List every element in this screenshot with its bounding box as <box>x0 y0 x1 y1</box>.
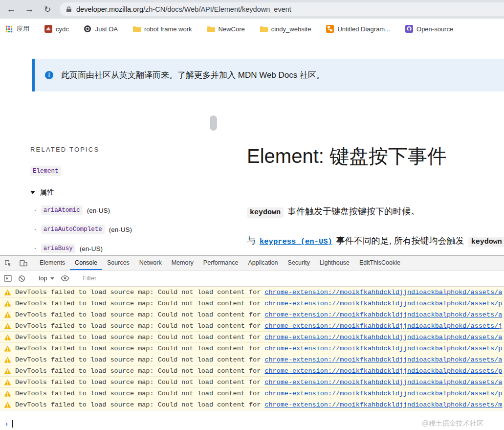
warning-icon <box>4 379 11 385</box>
devtools-tab-application[interactable]: Application <box>243 256 283 270</box>
chevron-down-icon <box>30 191 35 194</box>
sidebar-group-label: 属性 <box>40 188 54 197</box>
source-map-link[interactable]: chrome-extension://mooikfkahbdckldjjndio… <box>264 300 502 307</box>
bookmark-item[interactable]: Open-source <box>405 25 453 33</box>
console-filter-input[interactable] <box>83 275 239 282</box>
devtools-tab-sources[interactable]: Sources <box>102 256 134 270</box>
drag-handle[interactable] <box>210 115 217 131</box>
warning-icon <box>4 357 11 363</box>
devtools-tab-performance[interactable]: Performance <box>198 256 243 270</box>
console-warning-row: DevTools failed to load source map: Coul… <box>0 309 504 320</box>
warning-text: DevTools failed to load source map: Coul… <box>15 379 261 386</box>
sidebar-item[interactable]: ·ariaAtomic(en-US) <box>30 205 236 215</box>
inspect-element-icon[interactable] <box>0 256 16 270</box>
bullet-icon: · <box>34 227 37 232</box>
keypress-link[interactable]: keypress (en-US) <box>260 237 332 246</box>
warning-icon <box>4 402 11 408</box>
back-icon[interactable]: ← <box>4 2 18 16</box>
source-map-link[interactable]: chrome-extension://mooikfkahbdckldjjndio… <box>264 289 502 296</box>
bookmark-item[interactable]: cydc <box>44 25 69 33</box>
sidebar-link-element[interactable]: Element <box>30 166 61 176</box>
keydown-code-chip-2: keydown <box>468 237 504 247</box>
console-toolbar: top <box>0 271 504 287</box>
bookmark-item[interactable]: cindy_website <box>260 25 311 33</box>
intro-paragraph: keydown事件触发于键盘按键按下的时候。 <box>247 205 419 217</box>
console-warning-row: DevTools failed to load source map: Coul… <box>0 399 504 410</box>
divider <box>76 274 76 283</box>
bookmark-item[interactable]: Untitled Diagram... <box>326 25 390 33</box>
devtools-tab-elements[interactable]: Elements <box>35 256 70 270</box>
sidebar-item-list: ·ariaAtomic(en-US)·ariaAutoComplete(en-U… <box>30 205 236 253</box>
warning-text: DevTools failed to load source map: Coul… <box>15 345 261 352</box>
divider <box>33 259 33 267</box>
sidebar-item[interactable]: ·ariaBusy(en-US) <box>30 244 236 253</box>
bookmark-item[interactable]: Just OA <box>84 25 118 33</box>
console-warning-row: DevTools failed to load source map: Coul… <box>0 377 504 388</box>
divider <box>32 274 32 283</box>
sidebar-item-code-link[interactable]: ariaAtomic <box>41 205 83 215</box>
bookmark-label: cydc <box>56 25 69 33</box>
banner-text: 此页面由社区从英文翻译而来。了解更多并加入 MDN Web Docs 社区。 <box>61 69 325 81</box>
reload-icon[interactable]: ↻ <box>41 2 54 16</box>
context-selector[interactable]: top <box>39 275 54 282</box>
sidebar-item-locale-suffix: (en-US) <box>87 207 110 214</box>
source-map-link[interactable]: chrome-extension://mooikfkahbdckldjjndio… <box>264 322 502 330</box>
bookmark-item[interactable]: NewCore <box>207 25 245 33</box>
devtools-tab-network[interactable]: Network <box>134 256 167 270</box>
devtools-tab-memory[interactable]: Memory <box>167 256 198 270</box>
warning-icon <box>4 334 11 340</box>
warning-icon <box>4 368 11 374</box>
article: Element: 键盘按下事件 keydown事件触发于键盘按键按下的时候。 与… <box>247 143 504 255</box>
warning-icon <box>4 390 11 397</box>
sidebar-item-code-link[interactable]: ariaBusy <box>41 244 75 253</box>
console-warning-row: DevTools failed to load source map: Coul… <box>0 320 504 332</box>
source-map-link[interactable]: chrome-extension://mooikfkahbdckldjjndio… <box>264 379 502 386</box>
source-map-link[interactable]: chrome-extension://mooikfkahbdckldjjndio… <box>264 334 502 341</box>
bullet-icon: · <box>34 246 37 251</box>
devtools-tab-console[interactable]: Console <box>70 256 102 270</box>
clear-console-icon[interactable] <box>18 275 25 282</box>
bookmark-label: NewCore <box>219 25 245 33</box>
warning-icon <box>4 345 11 352</box>
devtools-tab-editthiscookie[interactable]: EditThisCookie <box>354 256 405 270</box>
device-toolbar-icon[interactable] <box>16 256 31 270</box>
console-sidebar-icon[interactable] <box>4 275 12 282</box>
url-path: /zh-CN/docs/Web/API/Element/keydown_even… <box>143 5 291 13</box>
console-warning-row: DevTools failed to load source map: Coul… <box>0 343 504 354</box>
sidebar-group-properties[interactable]: 属性 <box>30 188 236 197</box>
devtools-tab-security[interactable]: Security <box>283 256 315 270</box>
source-map-link[interactable]: chrome-extension://mooikfkahbdckldjjndio… <box>264 367 502 375</box>
source-map-link[interactable]: chrome-extension://mooikfkahbdckldjjndio… <box>264 401 502 408</box>
bookmark-item[interactable]: robot frame work <box>132 25 192 33</box>
console-messages: DevTools failed to load source map: Coul… <box>0 287 504 418</box>
eye-icon[interactable] <box>61 275 69 281</box>
source-map-link[interactable]: chrome-extension://mooikfkahbdckldjjndio… <box>264 311 502 318</box>
source-map-link[interactable]: chrome-extension://mooikfkahbdckldjjndio… <box>264 345 502 352</box>
url-host: developer.mozilla.org <box>76 5 143 13</box>
intro-text: 事件触发于键盘按键按下的时候。 <box>287 206 419 216</box>
bookmark-item[interactable]: 应用 <box>5 24 29 33</box>
para2-prefix: 与 <box>247 236 256 246</box>
address-bar[interactable]: developer.mozilla.org/zh-CN/docs/Web/API… <box>60 2 504 16</box>
warning-text: DevTools failed to load source map: Coul… <box>15 289 261 296</box>
info-icon <box>44 70 54 80</box>
warning-text: DevTools failed to load source map: Coul… <box>15 322 261 330</box>
opensource-logo-icon <box>405 25 413 33</box>
sidebar-item[interactable]: ·ariaAutoComplete(en-US) <box>30 225 236 234</box>
devtools-panel: ElementsConsoleSourcesNetworkMemoryPerfo… <box>0 255 504 430</box>
folder-icon <box>207 25 215 33</box>
sidebar-heading: RELATED TOPICS <box>30 146 236 153</box>
source-map-link[interactable]: chrome-extension://mooikfkahbdckldjjndio… <box>264 356 502 363</box>
apps-grid-icon <box>5 25 13 33</box>
source-map-link[interactable]: chrome-extension://mooikfkahbdckldjjndio… <box>264 390 502 397</box>
page-content: 此页面由社区从英文翻译而来。了解更多并加入 MDN Web Docs 社区。 R… <box>0 39 504 255</box>
chevron-down-icon <box>50 277 54 280</box>
console-warning-row: DevTools failed to load source map: Coul… <box>0 354 504 365</box>
justoa-logo-icon <box>84 25 92 33</box>
devtools-tab-bar: ElementsConsoleSourcesNetworkMemoryPerfo… <box>0 256 504 271</box>
bookmark-label: Untitled Diagram... <box>337 25 390 33</box>
sidebar-item-code-link[interactable]: ariaAutoComplete <box>41 225 105 234</box>
console-warning-row: DevTools failed to load source map: Coul… <box>0 287 504 298</box>
devtools-tab-lighthouse[interactable]: Lighthouse <box>315 256 354 270</box>
forward-icon[interactable]: → <box>22 2 36 16</box>
